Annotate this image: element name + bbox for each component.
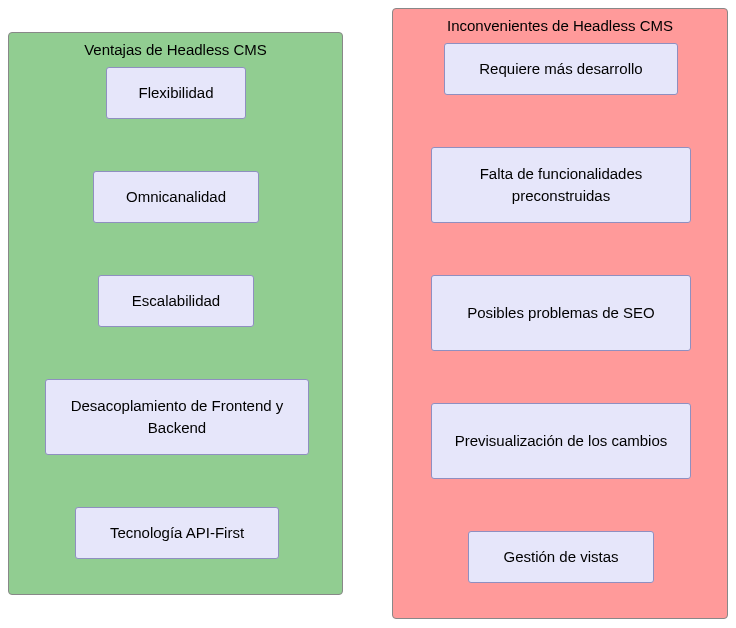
disadvantage-item-label: Requiere más desarrollo <box>479 58 642 81</box>
advantage-item-label: Omnicanalidad <box>126 186 226 209</box>
advantage-item-label: Desacoplamiento de Frontend y Backend <box>56 395 298 440</box>
disadvantages-panel: Inconvenientes de Headless CMS Requiere … <box>392 8 728 619</box>
disadvantage-item-label: Falta de funcionalidades preconstruidas <box>442 163 680 208</box>
advantages-title: Ventajas de Headless CMS <box>9 33 342 61</box>
disadvantage-item: Falta de funcionalidades preconstruidas <box>431 147 691 223</box>
advantage-item: Omnicanalidad <box>93 171 259 223</box>
advantage-item-label: Escalabilidad <box>132 290 220 313</box>
disadvantage-item: Requiere más desarrollo <box>444 43 678 95</box>
advantage-item-label: Tecnología API-First <box>110 522 244 545</box>
advantages-panel: Ventajas de Headless CMS Flexibilidad Om… <box>8 32 343 595</box>
advantage-item: Desacoplamiento de Frontend y Backend <box>45 379 309 455</box>
disadvantage-item-label: Previsualización de los cambios <box>455 430 668 453</box>
advantage-item: Escalabilidad <box>98 275 254 327</box>
disadvantage-item-label: Posibles problemas de SEO <box>467 302 655 325</box>
advantage-item: Flexibilidad <box>106 67 246 119</box>
advantage-item-label: Flexibilidad <box>138 82 213 105</box>
disadvantages-title: Inconvenientes de Headless CMS <box>393 9 727 37</box>
disadvantage-item: Previsualización de los cambios <box>431 403 691 479</box>
advantage-item: Tecnología API-First <box>75 507 279 559</box>
disadvantage-item: Posibles problemas de SEO <box>431 275 691 351</box>
disadvantage-item-label: Gestión de vistas <box>503 546 618 569</box>
disadvantage-item: Gestión de vistas <box>468 531 654 583</box>
